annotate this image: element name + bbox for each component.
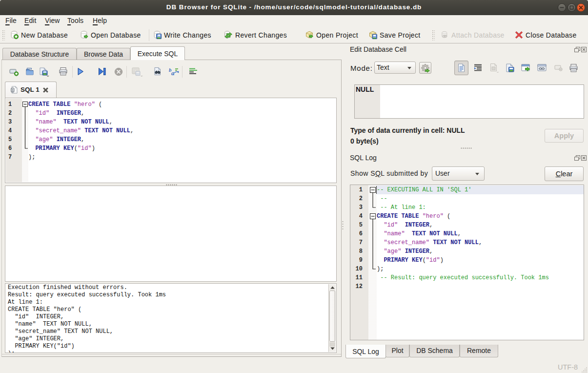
svg-text:a: a — [171, 69, 175, 77]
